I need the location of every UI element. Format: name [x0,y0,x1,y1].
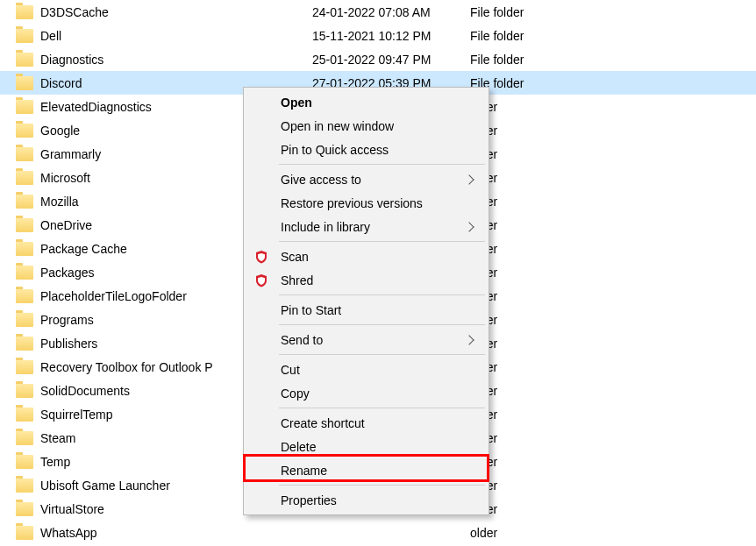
folder-icon [16,5,33,19]
folder-icon [16,29,33,43]
file-row[interactable]: D3DSCache24-01-2022 07:08 AMFile folder [0,0,756,24]
menu-label: Scan [281,250,309,264]
file-row[interactable]: Diagnostics25-01-2022 09:47 PMFile folde… [0,47,756,71]
menu-open-new-window[interactable]: Open in new window [246,114,487,138]
context-menu: Open Open in new window Pin to Quick acc… [243,87,489,515]
folder-icon [16,502,33,516]
folder-icon [16,218,33,232]
menu-create-shortcut[interactable]: Create shortcut [246,411,487,435]
folder-icon [16,53,33,67]
menu-include-in-library[interactable]: Include in library [246,215,487,238]
file-type: File folder [470,29,575,43]
submenu-arrow-icon [464,222,474,231]
folder-icon [16,479,33,493]
menu-separator [279,294,485,295]
menu-shred[interactable]: Shred [246,268,487,292]
folder-icon [16,360,33,374]
file-row[interactable]: WhatsAppolder [0,521,756,544]
menu-rename[interactable]: Rename [246,458,487,482]
menu-separator [279,164,485,165]
shield-icon [254,273,268,287]
file-name: WhatsApp [40,526,312,540]
folder-icon [16,100,33,114]
menu-delete[interactable]: Delete [246,435,487,458]
menu-open[interactable]: Open [246,90,487,114]
menu-cut[interactable]: Cut [246,358,487,381]
submenu-arrow-icon [464,335,474,344]
menu-separator [279,241,485,242]
file-row[interactable]: Dell15-11-2021 10:12 PMFile folder [0,24,756,47]
folder-icon [16,147,33,161]
menu-give-access-to[interactable]: Give access to [246,167,487,191]
folder-icon [16,455,33,469]
menu-properties[interactable]: Properties [246,488,487,512]
menu-separator [279,485,485,486]
shield-icon [254,250,268,264]
menu-separator [279,324,485,325]
menu-pin-quick-access[interactable]: Pin to Quick access [246,138,487,161]
submenu-arrow-icon [464,174,474,184]
file-type: File folder [470,53,575,67]
menu-separator [279,408,485,408]
folder-icon [16,431,33,445]
file-date: 15-11-2021 10:12 PM [312,29,470,43]
file-type: File folder [470,5,575,19]
folder-icon [16,337,33,351]
menu-send-to[interactable]: Send to [246,328,487,351]
file-date: 25-01-2022 09:47 PM [312,53,470,67]
folder-icon [16,76,33,90]
folder-icon [16,195,33,209]
folder-icon [16,384,33,398]
menu-label: Shred [281,273,313,287]
folder-icon [16,313,33,327]
folder-icon [16,266,33,280]
file-type: older [470,526,575,540]
menu-separator [279,354,485,355]
menu-label: Include in library [281,220,370,234]
file-name: D3DSCache [40,5,312,19]
folder-icon [16,289,33,303]
menu-scan[interactable]: Scan [246,245,487,268]
folder-icon [16,171,33,185]
menu-pin-to-start[interactable]: Pin to Start [246,298,487,322]
menu-label: Send to [281,333,323,347]
menu-copy[interactable]: Copy [246,381,487,405]
file-name: Diagnostics [40,53,312,67]
folder-icon [16,242,33,256]
folder-icon [16,408,33,422]
folder-icon [16,124,33,138]
menu-restore-previous[interactable]: Restore previous versions [246,191,487,215]
file-date: 24-01-2022 07:08 AM [312,5,470,19]
file-name: Dell [40,29,312,43]
menu-label: Give access to [281,173,361,187]
folder-icon [16,526,33,540]
